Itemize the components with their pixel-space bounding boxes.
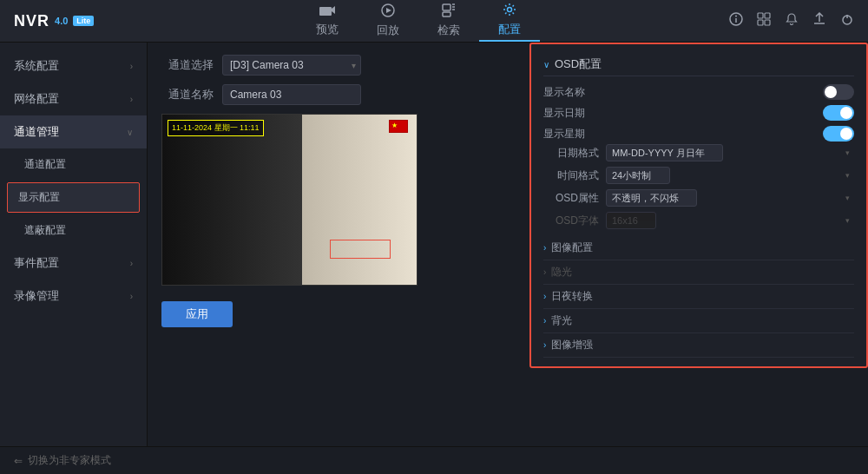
- svg-rect-0: [319, 7, 332, 16]
- chevron-right-icon: ›: [543, 292, 546, 301]
- collapse-infrared-label: 隐光: [551, 265, 572, 280]
- switch-mode-label: 切换为非专家模式: [28, 453, 111, 468]
- apply-button[interactable]: 应用: [161, 301, 233, 327]
- svg-rect-5: [443, 12, 450, 16]
- chevron-right-icon: ›: [543, 267, 546, 277]
- svg-rect-13: [758, 13, 763, 18]
- sidebar-item-mask-config[interactable]: 遮蔽配置: [0, 214, 147, 247]
- chevron-right-icon: ›: [130, 95, 133, 104]
- collapse-sections: › 图像配置 › 隐光 › 日夜转换 › 背光 › 图像增强: [543, 236, 854, 358]
- chevron-down-icon: ∨: [127, 128, 133, 137]
- osd-config-header[interactable]: ∨ OSD配置: [543, 53, 854, 76]
- collapse-image-config[interactable]: › 图像配置: [543, 236, 854, 260]
- chevron-right-icon: ›: [130, 62, 133, 71]
- sidebar-item-event-config-label: 事件配置: [14, 255, 59, 271]
- channel-name-label: 通道名称: [161, 87, 214, 102]
- sidebar: 系统配置 › 网络配置 › 通道管理 ∨ 通道配置 显示配置 遮蔽配置 事件配置…: [0, 43, 148, 446]
- nav-preview-label: 预览: [316, 22, 339, 37]
- logo: NVR 4.0 Lite: [0, 12, 108, 30]
- switch-mode-icon: ⇐: [14, 455, 23, 467]
- osd-attr-select[interactable]: 不透明，不闪烁 透明，不闪烁 不透明，闪烁 透明，闪烁: [606, 189, 697, 207]
- top-nav: 预览 回放 检索: [108, 0, 729, 42]
- playback-icon: [381, 3, 395, 21]
- search-icon: [442, 3, 456, 21]
- channel-select[interactable]: [D3] Camera 03: [222, 55, 361, 76]
- collapse-day-night-label: 日夜转换: [551, 289, 593, 304]
- osd-show-name-toggle[interactable]: [823, 84, 854, 100]
- osd-show-date-label: 显示日期: [543, 106, 592, 121]
- nav-search[interactable]: 检索: [418, 0, 479, 42]
- svg-rect-4: [443, 4, 450, 10]
- collapse-image-config-label: 图像配置: [551, 240, 593, 255]
- topbar: NVR 4.0 Lite 预览 回放: [0, 0, 868, 43]
- collapse-backlight[interactable]: › 背光: [543, 309, 854, 333]
- camera-flag-icon: [389, 120, 408, 133]
- collapse-day-night[interactable]: › 日夜转换: [543, 285, 854, 309]
- osd-show-week-toggle[interactable]: [823, 126, 854, 142]
- info-icon[interactable]: [729, 12, 743, 30]
- sidebar-item-event-config[interactable]: 事件配置 ›: [0, 247, 147, 280]
- osd-show-date-toggle[interactable]: [823, 105, 854, 121]
- upload-icon[interactable]: [812, 12, 826, 30]
- sidebar-item-network[interactable]: 网络配置 ›: [0, 82, 147, 115]
- osd-collapse-icon: ∨: [543, 60, 549, 69]
- channel-name-row: 通道名称: [161, 84, 516, 105]
- sidebar-item-system[interactable]: 系统配置 ›: [0, 49, 147, 82]
- main-layout: 系统配置 › 网络配置 › 通道管理 ∨ 通道配置 显示配置 遮蔽配置 事件配置…: [0, 43, 868, 446]
- app-edition: Lite: [73, 16, 94, 26]
- svg-rect-15: [758, 20, 763, 25]
- camera-osd-overlay: 11-11-2024 星期一 11:11: [168, 120, 264, 136]
- chevron-right-icon: ›: [130, 259, 133, 268]
- nav-search-label: 检索: [437, 23, 460, 38]
- camera-preview: 11-11-2024 星期一 11:11: [161, 114, 418, 286]
- nav-playback[interactable]: 回放: [358, 0, 418, 42]
- camera-icon: [319, 4, 335, 20]
- collapse-backlight-label: 背光: [551, 313, 572, 328]
- app-title: NVR: [14, 12, 49, 30]
- nav-playback-label: 回放: [377, 23, 399, 38]
- sidebar-item-channel-config[interactable]: 通道配置: [0, 148, 147, 181]
- nav-config[interactable]: 配置: [479, 0, 540, 42]
- bell-icon[interactable]: [785, 12, 799, 30]
- osd-date-format-select[interactable]: MM-DD-YYYY 月日年 DD-MM-YYYY 日月年 YYYY-MM-DD…: [606, 144, 723, 161]
- toggle-knob: [840, 128, 852, 140]
- bottom-bar[interactable]: ⇐ 切换为非专家模式: [0, 446, 868, 474]
- sidebar-item-recording-mgmt[interactable]: 录像管理 ›: [0, 280, 147, 313]
- osd-show-name-row: 显示名称: [543, 82, 854, 102]
- svg-point-9: [508, 8, 512, 12]
- toggle-knob: [825, 86, 837, 98]
- channel-select-wrapper: [D3] Camera 03: [222, 55, 361, 76]
- osd-config-title: OSD配置: [555, 56, 602, 72]
- osd-attr-row: OSD属性 不透明，不闪烁 透明，不闪烁 不透明，闪烁 透明，闪烁: [543, 189, 854, 207]
- osd-size-label: OSD字体: [543, 214, 606, 228]
- power-icon[interactable]: [840, 12, 854, 30]
- sidebar-item-mask-config-label: 遮蔽配置: [24, 223, 66, 238]
- svg-marker-1: [332, 6, 335, 14]
- nav-preview[interactable]: 预览: [297, 0, 358, 42]
- chevron-right-icon: ›: [130, 292, 133, 301]
- collapse-image-enhance[interactable]: › 图像增强: [543, 333, 854, 358]
- grid-icon[interactable]: [757, 12, 771, 30]
- osd-size-row: OSD字体 16x16 32x32: [543, 212, 854, 229]
- collapse-infrared[interactable]: › 隐光: [543, 260, 854, 285]
- sidebar-item-display-config[interactable]: 显示配置: [7, 182, 140, 213]
- osd-date-format-row: 日期格式 MM-DD-YYYY 月日年 DD-MM-YYYY 日月年 YYYY-…: [543, 144, 854, 161]
- osd-right-panel: ∨ OSD配置 显示名称 显示日期 显示星期 日期格式: [529, 43, 868, 368]
- content-area: 通道选择 [D3] Camera 03 通道名称 11-11-2024 星期一 …: [148, 43, 529, 446]
- sidebar-item-display-config-label: 显示配置: [18, 190, 60, 205]
- sidebar-item-recording-mgmt-label: 录像管理: [14, 288, 59, 304]
- sidebar-item-system-label: 系统配置: [14, 58, 59, 74]
- collapse-image-enhance-label: 图像增强: [551, 338, 593, 352]
- channel-name-input[interactable]: [222, 84, 361, 105]
- osd-size-wrap: 16x16 32x32: [606, 212, 854, 229]
- osd-size-select: 16x16 32x32: [606, 212, 656, 229]
- nav-config-label: 配置: [498, 22, 521, 37]
- sidebar-item-channel-mgmt[interactable]: 通道管理 ∨: [0, 115, 147, 148]
- app-version: 4.0: [55, 16, 68, 26]
- osd-show-date-row: 显示日期: [543, 102, 854, 123]
- osd-time-format-select[interactable]: 24小时制 12小时制: [606, 167, 670, 184]
- osd-time-format-wrap: 24小时制 12小时制: [606, 167, 854, 184]
- nav-right-icons: [729, 12, 868, 30]
- svg-point-12: [735, 16, 737, 17]
- toggle-knob: [840, 107, 852, 119]
